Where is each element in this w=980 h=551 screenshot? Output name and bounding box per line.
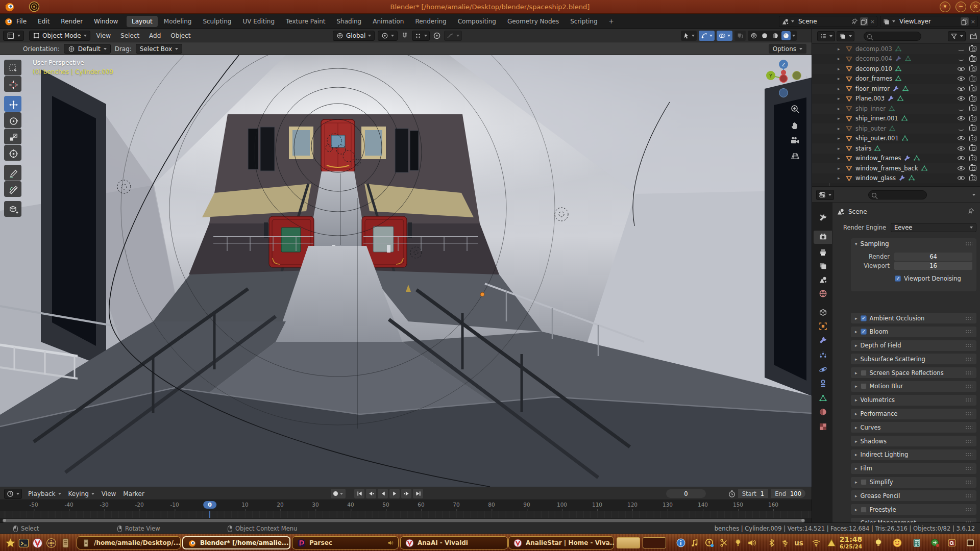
launcher-icon[interactable]	[18, 538, 29, 548]
tray-icon[interactable]	[676, 538, 685, 547]
timeline-menu-item[interactable]: Keying	[65, 489, 97, 499]
outliner-display-mode-dropdown[interactable]	[817, 31, 835, 41]
window-close-button[interactable]: ×	[970, 2, 980, 12]
expand-arrow-icon[interactable]	[838, 106, 843, 111]
collapsed-panel[interactable]: Performance	[851, 409, 976, 419]
panel-checkbox[interactable]	[861, 383, 867, 389]
tab-world[interactable]	[814, 288, 832, 301]
disable-in-render-toggle[interactable]	[969, 116, 976, 121]
outliner-row[interactable]: floor_mirror	[812, 84, 980, 94]
drag-setting-dropdown[interactable]: Select Box	[136, 44, 182, 54]
panel-grip[interactable]	[965, 316, 972, 320]
mode-dropdown[interactable]: Object Mode	[29, 31, 90, 41]
viewport-menu-item[interactable]: Select	[119, 31, 140, 40]
3d-scene[interactable]	[0, 55, 812, 487]
object-visibility-dropdown[interactable]	[681, 31, 697, 41]
scrollbar-handle[interactable]	[3, 519, 805, 522]
hide-in-viewport-toggle[interactable]	[958, 85, 965, 92]
object-name[interactable]: ship_outer.001	[855, 135, 899, 142]
timeline-editor-type-dropdown[interactable]	[4, 489, 22, 499]
panel-checkbox[interactable]	[861, 479, 867, 485]
zoom-icon[interactable]	[790, 104, 800, 114]
app-menu-item[interactable]: Edit	[37, 17, 51, 26]
add-cube-tool[interactable]	[4, 201, 21, 217]
tab-collection[interactable]	[814, 307, 832, 320]
current-frame-field[interactable]: 0	[666, 489, 706, 498]
timeline-tracks[interactable]	[0, 511, 812, 518]
expand-arrow-icon[interactable]	[838, 166, 843, 171]
remove-viewlayer-icon[interactable]: ×	[971, 18, 975, 25]
workspace-tab[interactable]: Texture Paint	[281, 16, 330, 27]
launcher-icon[interactable]	[5, 538, 16, 548]
viewlayer-selector[interactable]: ViewLayer ×	[880, 16, 978, 27]
next-keyframe-button[interactable]	[401, 489, 411, 498]
properties-search-input[interactable]	[868, 190, 927, 199]
tray-icon[interactable]	[966, 538, 975, 547]
panel-grip[interactable]	[965, 330, 972, 334]
transform-tool[interactable]	[4, 145, 21, 161]
panel-grip[interactable]	[965, 371, 972, 375]
tray-icon[interactable]	[912, 538, 921, 547]
panel-checkbox[interactable]	[861, 507, 867, 513]
launcher-icon[interactable]	[46, 538, 57, 548]
pivot-point-dropdown[interactable]	[378, 31, 398, 41]
previous-keyframe-button[interactable]	[366, 489, 376, 498]
disable-in-render-toggle[interactable]	[969, 165, 976, 171]
unlink-scene-icon[interactable]: ×	[870, 18, 875, 25]
expand-arrow-icon[interactable]	[838, 146, 843, 151]
window-shade-button[interactable]: ▾	[940, 2, 950, 12]
disable-in-render-toggle[interactable]	[969, 86, 976, 91]
snapping-dropdown[interactable]	[412, 31, 430, 41]
tray-icon[interactable]	[733, 538, 743, 547]
outliner-row[interactable]: Plane.003	[812, 94, 980, 104]
collapsed-panel[interactable]: Volumetrics	[851, 395, 976, 406]
shading-material-button[interactable]	[771, 31, 780, 40]
play-button[interactable]	[389, 489, 400, 498]
object-name[interactable]: Plane.003	[855, 95, 885, 102]
navigation-gizmo[interactable]: Z Y	[765, 58, 802, 101]
options-dropdown[interactable]: Options	[769, 44, 806, 54]
workspace-tab[interactable]: Scripting	[565, 16, 602, 27]
workspace-tab[interactable]: +	[604, 16, 619, 27]
collapsed-panel[interactable]: Grease Pencil	[851, 490, 976, 501]
region-collapse-arrow[interactable]: ‹	[805, 73, 807, 80]
panel-grip[interactable]	[965, 453, 972, 457]
xray-toggle[interactable]	[734, 31, 746, 41]
app-menu-item[interactable]: Window	[93, 17, 119, 26]
orientation-setting-dropdown[interactable]: Default	[64, 44, 111, 54]
outliner-row[interactable]: window_frames	[812, 154, 980, 164]
tray-icon[interactable]	[705, 538, 714, 547]
gizmos-toggle[interactable]	[699, 31, 715, 41]
cursor-tool[interactable]	[4, 76, 21, 92]
tab-object-data[interactable]	[814, 392, 832, 406]
panel-checkbox[interactable]	[861, 370, 867, 376]
panel-grip[interactable]	[965, 412, 972, 416]
object-name[interactable]: window_glass	[855, 174, 896, 182]
disable-in-render-toggle[interactable]	[969, 136, 976, 141]
tray-icon[interactable]: us	[794, 538, 803, 547]
panel-checkbox[interactable]	[861, 315, 867, 321]
object-name[interactable]: ship_inner.001	[855, 115, 898, 122]
auto-keying-button[interactable]	[331, 489, 346, 498]
select-box-tool[interactable]	[4, 60, 21, 76]
outliner-row[interactable]: stairs	[812, 143, 980, 154]
object-name[interactable]: ship_outer	[855, 125, 886, 132]
panel-grip[interactable]	[965, 439, 972, 443]
jump-to-start-button[interactable]	[354, 489, 364, 498]
outliner-row[interactable]: door_frames	[812, 74, 980, 84]
disable-in-render-toggle[interactable]	[969, 96, 976, 102]
outliner-row[interactable]: ship_outer.001	[812, 134, 980, 144]
disable-in-render-toggle[interactable]	[969, 66, 976, 71]
falloff-dropdown[interactable]	[444, 31, 462, 41]
tab-object[interactable]	[814, 320, 832, 334]
hide-in-viewport-toggle[interactable]	[958, 125, 965, 132]
disable-in-render-toggle[interactable]	[969, 176, 976, 181]
collapsed-panel[interactable]: Simplify	[851, 477, 976, 488]
expand-arrow-icon[interactable]	[838, 126, 843, 131]
hide-in-viewport-toggle[interactable]	[958, 165, 965, 172]
outliner-search-input[interactable]	[864, 32, 921, 41]
expand-arrow-icon[interactable]	[838, 66, 843, 71]
workspace-tab[interactable]: Rendering	[410, 16, 451, 27]
tab-modifiers[interactable]	[814, 334, 832, 347]
expand-arrow-icon[interactable]	[838, 86, 843, 91]
